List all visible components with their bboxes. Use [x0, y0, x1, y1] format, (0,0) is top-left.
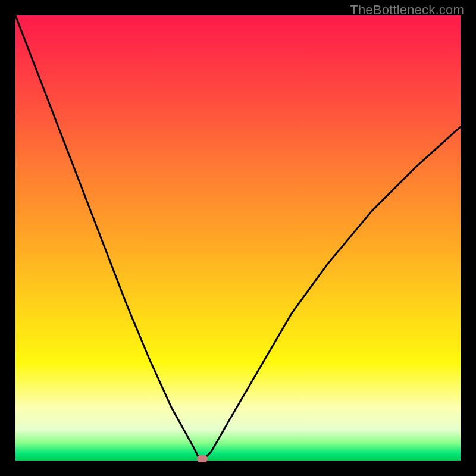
minimum-marker: [197, 455, 208, 462]
chart-frame: TheBottleneck.com: [0, 0, 476, 476]
plot-area: [15, 15, 461, 461]
bottleneck-curve: [15, 15, 461, 461]
